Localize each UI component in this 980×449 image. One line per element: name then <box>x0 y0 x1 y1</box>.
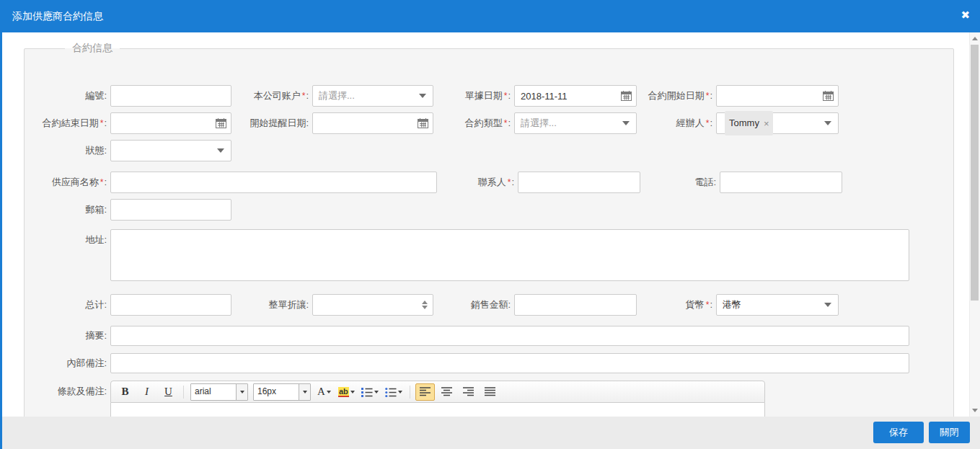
field-supplier-name: 供应商名称*: <box>7 172 437 193</box>
field-label: 條款及備注: <box>7 381 110 402</box>
field-label: 摘要: <box>7 326 110 346</box>
remove-tag-icon[interactable]: × <box>764 119 769 128</box>
field-label: 內部備注: <box>7 353 110 373</box>
bullet-list-button[interactable] <box>383 383 405 401</box>
field-address: 地址: <box>7 229 909 284</box>
field-email: 郵箱: <box>7 199 231 221</box>
field-label: 合約開始日期*: <box>613 85 716 107</box>
section-title: 合約信息 <box>65 42 120 55</box>
scroll-up-icon[interactable] <box>972 37 978 40</box>
supplier-name-input[interactable] <box>110 172 437 193</box>
dialog-title: 添加供應商合約信息 <box>12 10 103 23</box>
summary-input[interactable] <box>110 326 909 346</box>
address-textarea[interactable] <box>110 229 909 281</box>
chevron-down-icon[interactable] <box>236 384 247 400</box>
chevron-down-icon <box>824 121 831 125</box>
field-terms-note: 條款及備注: <box>7 381 110 402</box>
align-justify-icon <box>485 387 495 396</box>
field-label: 整單折讓: <box>209 294 312 316</box>
chevron-down-icon <box>374 391 379 394</box>
bold-button[interactable]: B <box>115 383 135 401</box>
align-right-icon <box>463 387 474 396</box>
calendar-icon[interactable] <box>823 91 834 101</box>
field-sales-amount: 銷售金額: <box>411 294 637 316</box>
field-label: 編號: <box>7 85 110 107</box>
field-label: 地址: <box>7 229 110 251</box>
field-total: 总计: <box>7 294 231 316</box>
field-label: 总计: <box>7 294 110 316</box>
font-size-combo[interactable]: 16px <box>253 383 311 401</box>
align-left-icon <box>420 387 431 396</box>
chevron-down-icon[interactable] <box>299 384 310 400</box>
chevron-down-icon <box>398 391 402 394</box>
close-button[interactable]: 關閉 <box>929 422 970 443</box>
field-company-account: 本公司账户*: 請選擇... <box>209 85 433 107</box>
field-label: 郵箱: <box>7 199 110 221</box>
field-contract-start: 合約開始日期*: <box>613 85 839 107</box>
save-button[interactable]: 保存 <box>873 422 924 443</box>
field-status: 狀態: <box>7 140 231 161</box>
scrollbar-thumb[interactable] <box>971 45 979 301</box>
field-label: 狀態: <box>7 140 110 161</box>
field-summary: 摘要: <box>7 326 909 346</box>
field-label: 合約類型*: <box>411 112 514 134</box>
field-label: 貨幣*: <box>613 294 716 316</box>
phone-input[interactable] <box>720 172 842 193</box>
chevron-down-icon <box>217 148 224 153</box>
field-discount: 整單折讓: <box>209 294 433 316</box>
font-name-combo[interactable]: arial <box>190 383 248 401</box>
underline-button[interactable]: U <box>159 383 178 401</box>
chevron-down-icon <box>327 391 331 394</box>
field-label: 本公司账户*: <box>209 85 312 107</box>
chevron-down-icon <box>824 303 831 307</box>
dialog-footer: 保存 關閉 <box>0 417 980 449</box>
field-remind-start: 開始提醒日期: <box>209 112 433 134</box>
field-internal-note: 內部備注: <box>7 353 909 373</box>
handler-select[interactable]: Tommy× <box>716 112 839 134</box>
internal-note-input[interactable] <box>110 353 909 373</box>
toolbar-separator <box>410 386 410 399</box>
font-color-button[interactable]: A <box>314 383 334 401</box>
field-contract-type: 合約類型*: 請選擇... <box>411 112 637 134</box>
field-label: 聯系人*: <box>415 172 518 193</box>
field-doc-date: 單據日期*: <box>411 85 637 107</box>
close-icon[interactable]: ✖ <box>961 9 970 22</box>
currency-select[interactable]: 港幣 <box>716 294 839 316</box>
italic-button[interactable]: I <box>137 383 156 401</box>
email-input[interactable] <box>110 199 231 221</box>
align-right-button[interactable] <box>459 383 478 401</box>
ordered-list-button[interactable] <box>359 383 381 401</box>
field-label: 單據日期*: <box>411 85 514 107</box>
status-select[interactable] <box>110 140 231 161</box>
selected-tag: Tommy× <box>725 111 773 135</box>
field-label: 經辦人*: <box>613 112 716 134</box>
align-center-button[interactable] <box>437 383 456 401</box>
toolbar-separator <box>183 386 184 399</box>
ordered-list-icon <box>361 387 373 397</box>
field-label: 電話: <box>617 172 720 193</box>
chevron-down-icon <box>350 391 355 394</box>
field-label: 開始提醒日期: <box>209 112 312 134</box>
align-center-icon <box>441 387 452 396</box>
highlight-color-button[interactable]: ab <box>336 383 357 401</box>
align-left-button[interactable] <box>415 383 435 401</box>
field-handler: 經辦人*: Tommy× <box>613 112 839 134</box>
bullet-list-icon <box>385 387 397 397</box>
editor-toolbar: B I U arial 16px A ab <box>110 381 765 403</box>
align-justify-button[interactable] <box>480 383 500 401</box>
field-label: 合約結束日期*: <box>7 112 110 134</box>
field-contract-end: 合約結束日期*: <box>7 112 231 134</box>
scroll-down-icon[interactable] <box>972 409 978 412</box>
field-label: 供应商名称*: <box>7 172 110 193</box>
field-label: 銷售金額: <box>411 294 514 316</box>
contract-start-input[interactable] <box>716 85 839 107</box>
field-phone: 電話: <box>617 172 842 193</box>
dialog-header: 添加供應商合約信息 ✖ <box>0 0 980 32</box>
vertical-scrollbar[interactable] <box>969 32 980 417</box>
add-supplier-contract-dialog: 添加供應商合約信息 ✖ 合約信息 編號: 本公司账户*: 請選擇... 單據日期… <box>0 0 980 449</box>
field-code: 編號: <box>7 85 231 107</box>
field-currency: 貨幣*: 港幣 <box>613 294 839 316</box>
field-contact: 聯系人*: <box>415 172 640 193</box>
